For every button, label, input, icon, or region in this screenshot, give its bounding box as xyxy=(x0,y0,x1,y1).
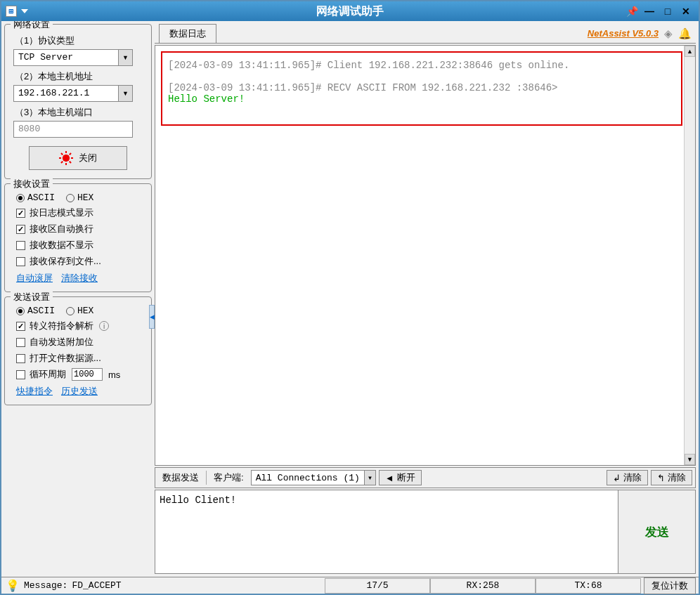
info-icon[interactable]: i xyxy=(99,321,109,331)
scroll-down-icon[interactable]: ▼ xyxy=(685,454,695,465)
send-button[interactable]: 发送 xyxy=(618,490,695,573)
log-area: [2024-03-09 13:41:11.965]# Client 192.16… xyxy=(155,45,696,466)
send-settings-group: 发送设置 ASCII HEX 转义符指令解析i 自动发送附加位 打开文件数据源.… xyxy=(4,296,152,405)
log-mode-checkbox[interactable] xyxy=(16,209,25,218)
auto-wrap-label: 接收区自动换行 xyxy=(30,223,93,235)
cycle-unit: ms xyxy=(108,370,120,380)
port-label: （3）本地主机端口 xyxy=(15,106,145,119)
send-textarea[interactable]: Hello Client! xyxy=(155,490,618,573)
network-settings-legend: 网络设置 xyxy=(11,21,53,31)
bulb-icon: 💡 xyxy=(6,579,20,593)
statusbar: 💡 Message:FD_ACCEPT 17/5 RX:258 TX:68 复位… xyxy=(1,577,699,594)
network-settings-group: 网络设置 （1）协议类型 TCP Server ▼ （2）本地主机地址 192.… xyxy=(4,24,152,179)
clear-button-1[interactable]: ↲清除 xyxy=(607,470,648,485)
bell-icon[interactable]: 🔔 xyxy=(678,27,692,40)
status-counter: 17/5 xyxy=(325,578,430,594)
log-line: [2024-03-09 13:41:11.965]# RECV ASCII FR… xyxy=(168,82,675,93)
log-line: Hello Server! xyxy=(168,93,675,105)
chevron-down-icon[interactable]: ▼ xyxy=(118,86,132,101)
diamond-icon[interactable]: ◈ xyxy=(664,27,673,40)
log-tab[interactable]: 数据日志 xyxy=(159,24,216,43)
escape-checkbox[interactable] xyxy=(16,322,25,331)
recv-settings-legend: 接收设置 xyxy=(11,178,53,190)
cycle-label: 循环周期 xyxy=(30,368,66,381)
hide-recv-checkbox[interactable] xyxy=(16,241,25,250)
clear-button-2[interactable]: ↰清除 xyxy=(651,470,692,485)
status-tx: TX:68 xyxy=(536,578,641,594)
disconnect-button[interactable]: ◄断开 xyxy=(379,470,422,485)
host-label: （2）本地主机地址 xyxy=(15,70,145,83)
close-window-button[interactable]: ✕ xyxy=(679,6,693,17)
recv-ascii-radio[interactable]: ASCII xyxy=(16,192,55,203)
connections-select[interactable]: All Connections (1) ▼ xyxy=(251,470,376,485)
open-file-checkbox[interactable] xyxy=(16,354,25,363)
app-menu-dropdown-icon[interactable] xyxy=(21,9,28,13)
history-link[interactable]: 历史发送 xyxy=(61,385,98,398)
chevron-down-icon[interactable]: ▼ xyxy=(364,471,375,485)
status-msg-value: FD_ACCEPT xyxy=(72,580,121,591)
close-connection-button[interactable]: 关闭 xyxy=(29,146,127,170)
status-rx: RX:258 xyxy=(430,578,536,594)
send-settings-legend: 发送设置 xyxy=(11,291,53,303)
protocol-label: （1）协议类型 xyxy=(15,34,145,47)
scrollbar[interactable]: ▲ ▼ xyxy=(684,46,695,465)
quick-cmd-link[interactable]: 快捷指令 xyxy=(16,385,53,398)
window-title: 网络调试助手 xyxy=(316,4,384,19)
arrow-down-icon: ↲ xyxy=(613,473,621,483)
titlebar: ⊞ 网络调试助手 📌 — □ ✕ xyxy=(1,1,699,21)
data-send-label: 数据发送 xyxy=(158,471,203,484)
port-input[interactable]: 8080 xyxy=(13,121,133,138)
arrow-left-icon: ◄ xyxy=(385,473,394,483)
hide-recv-label: 接收数据不显示 xyxy=(30,239,93,251)
app-icon: ⊞ xyxy=(6,6,17,17)
auto-append-label: 自动发送附加位 xyxy=(30,336,93,348)
send-hex-radio[interactable]: HEX xyxy=(66,306,93,316)
protocol-value: TCP Server xyxy=(14,50,118,65)
minimize-button[interactable]: — xyxy=(642,6,656,17)
arrow-up-icon: ↰ xyxy=(657,473,665,483)
sun-icon xyxy=(59,151,73,165)
chevron-down-icon[interactable]: ▼ xyxy=(118,50,132,65)
open-file-label: 打开文件数据源... xyxy=(30,352,101,365)
escape-label: 转义符指令解析 xyxy=(30,320,93,332)
recv-settings-group: 接收设置 ASCII HEX 按日志模式显示 接收区自动换行 接收数据不显示 接… xyxy=(4,183,152,292)
connections-value: All Connections (1) xyxy=(252,473,364,483)
brand-link[interactable]: NetAssist V5.0.3 xyxy=(588,28,659,39)
auto-scroll-link[interactable]: 自动滚屏 xyxy=(16,272,53,285)
recv-hex-radio[interactable]: HEX xyxy=(66,192,93,203)
save-file-checkbox[interactable] xyxy=(16,257,25,266)
close-connection-label: 关闭 xyxy=(79,152,97,164)
host-select[interactable]: 192.168.221.1 ▼ xyxy=(13,85,133,102)
scroll-up-icon[interactable]: ▲ xyxy=(685,46,695,57)
send-ascii-radio[interactable]: ASCII xyxy=(16,306,55,316)
highlight-box: [2024-03-09 13:41:11.965]# Client 192.16… xyxy=(161,51,682,126)
pin-icon[interactable]: 📌 xyxy=(626,6,638,17)
host-value: 192.168.221.1 xyxy=(14,86,118,101)
reset-counter-button[interactable]: 复位计数 xyxy=(644,577,696,594)
protocol-select[interactable]: TCP Server ▼ xyxy=(13,49,133,66)
log-line: [2024-03-09 13:41:11.965]# Client 192.16… xyxy=(168,60,675,71)
auto-wrap-checkbox[interactable] xyxy=(16,225,25,234)
log-mode-label: 按日志模式显示 xyxy=(30,207,93,219)
save-file-label: 接收保存到文件... xyxy=(30,255,101,268)
client-label: 客户端: xyxy=(209,471,248,484)
clear-recv-link[interactable]: 清除接收 xyxy=(61,272,98,285)
auto-append-checkbox[interactable] xyxy=(16,338,25,347)
sidebar-collapse-handle[interactable]: ◀ xyxy=(149,305,155,329)
cycle-checkbox[interactable] xyxy=(16,370,25,379)
status-msg-label: Message: xyxy=(24,580,67,591)
maximize-button[interactable]: □ xyxy=(661,6,675,17)
cycle-input[interactable] xyxy=(72,368,103,381)
